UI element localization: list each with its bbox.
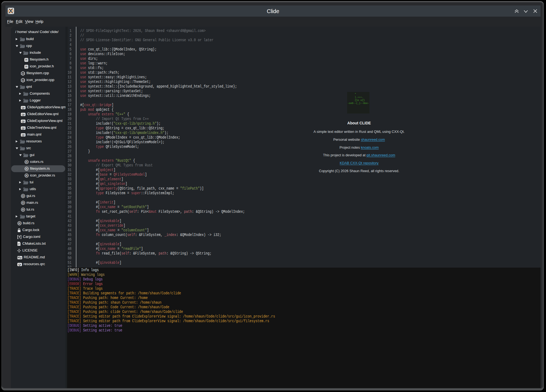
svg-text:C: C xyxy=(22,72,24,75)
svg-text:H: H xyxy=(25,58,28,61)
svg-text:Qt: Qt xyxy=(22,133,25,136)
svg-text:R: R xyxy=(19,222,20,225)
svg-text:Qt: Qt xyxy=(22,106,25,109)
svg-text:Qt: Qt xyxy=(22,127,25,130)
svg-text:Qt: Qt xyxy=(22,113,25,116)
svg-text:R: R xyxy=(22,194,24,198)
svg-text:Qt: Qt xyxy=(22,120,25,123)
svg-text:R: R xyxy=(22,201,24,204)
svg-text:R: R xyxy=(26,174,28,177)
svg-text:R: R xyxy=(22,208,24,211)
svg-text:H: H xyxy=(25,65,28,68)
svg-text:R: R xyxy=(26,160,28,163)
svg-text:R: R xyxy=(26,167,28,170)
svg-text:C: C xyxy=(22,79,24,82)
svg-text:Qt: Qt xyxy=(18,263,21,266)
